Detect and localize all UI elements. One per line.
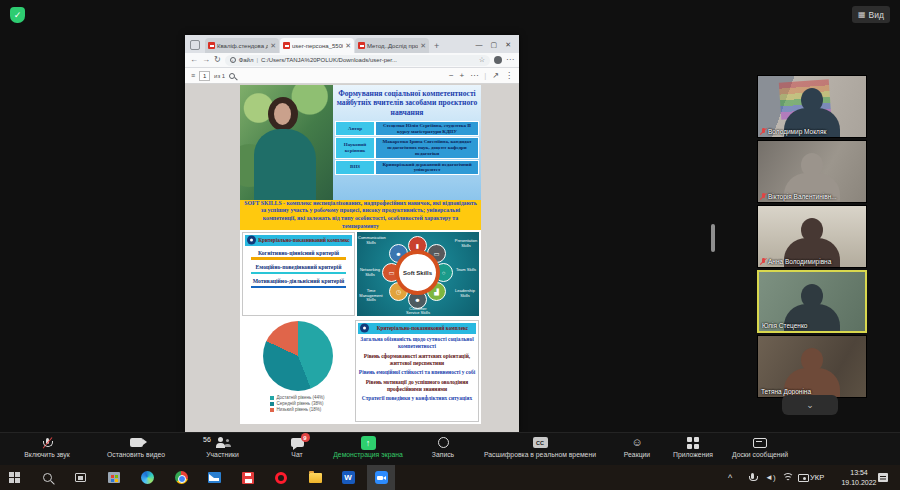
participants-count: 56 [203, 436, 211, 443]
fullscreen-icon[interactable]: ↗ [492, 71, 499, 80]
apps-icon [687, 437, 699, 449]
pdf-settings-icon[interactable]: ⋮ [505, 71, 513, 80]
browser-tab-strip: Кваліф.стендова до... ✕ user-персона_550… [185, 35, 519, 53]
participant-tile[interactable]: Вікторія Валентинівн... [757, 140, 867, 203]
browser-navbar: ← → ↻ i Файл | C:/Users/TANJA%20POLUK/Do… [185, 53, 519, 68]
page-count-label: из 1 [214, 73, 225, 79]
favorite-star-icon[interactable]: ☆ [479, 56, 485, 64]
stop-video-button[interactable]: Остановить видео [88, 435, 184, 458]
tab-close-icon[interactable]: ✕ [420, 42, 426, 50]
window-close-button[interactable]: ✕ [505, 41, 511, 49]
clock-time: 13:54 [850, 468, 868, 477]
tray-expand-caret[interactable]: ^ [728, 465, 732, 490]
mute-button[interactable]: Включить звук [8, 435, 86, 458]
diagram-center-label: Soft Skills [395, 250, 440, 295]
criteria-card: Критеріально-показниковий комплекс Когні… [242, 232, 355, 316]
task-view-button[interactable] [66, 465, 94, 490]
share-screen-button[interactable]: ↑ Демонстрация экрана [320, 435, 416, 458]
window-maximize-button[interactable]: ▢ [491, 41, 498, 49]
profile-avatar[interactable] [494, 56, 502, 64]
view-button-label: Вид [869, 10, 884, 20]
reactions-button[interactable]: ☺ Реакции [614, 435, 660, 458]
whiteboard-button[interactable]: Доски сообщений [714, 435, 806, 458]
taskbar-zoom-button[interactable] [367, 465, 395, 490]
page-info-icon[interactable]: i [230, 57, 236, 63]
opera-browser-icon [275, 472, 287, 484]
slide-title: Формування соціальної компетентності май… [335, 87, 479, 120]
tray-mic-icon[interactable] [750, 465, 755, 490]
browser-menu-icon[interactable]: ⋯ [506, 56, 514, 64]
title-panel: Формування соціальної компетентності май… [333, 85, 481, 200]
taskbar-edge-button[interactable] [133, 465, 161, 490]
taskbar-mail-button[interactable] [200, 465, 228, 490]
tray-speaker-icon[interactable]: ◄) [765, 465, 776, 490]
soft-skills-banner: SOFT SKILLS - комплекс неспеціалізованих… [240, 200, 481, 230]
author-photo [240, 85, 333, 200]
record-button[interactable]: Запись [420, 435, 466, 458]
refresh-icon[interactable]: ↻ [214, 56, 221, 64]
back-icon[interactable]: ← [190, 56, 198, 64]
window-minimize-button[interactable]: — [476, 41, 483, 49]
tab-search-button[interactable] [190, 40, 200, 50]
live-transcript-button[interactable]: CC Расшифровка в реальном времени [470, 435, 610, 458]
start-button[interactable] [0, 465, 28, 490]
pdf-sidebar-icon[interactable]: ≡ [191, 72, 195, 79]
participant-name: Тетяна Дороніна [761, 388, 811, 395]
tray-cast-icon[interactable] [798, 465, 809, 490]
tray-wifi-icon[interactable] [782, 465, 794, 490]
taskbar-chrome-button[interactable] [167, 465, 195, 490]
page-number-input[interactable]: 1 [199, 71, 210, 81]
taskbar-clock[interactable]: 13:54 19.10.2022 [836, 465, 882, 490]
participant-name: Юлія Стеценко [762, 322, 807, 329]
info-row: Науковий керівник Макаренко Ірина Євгені… [335, 137, 479, 158]
address-prefix: Файл [239, 57, 254, 63]
clock-date: 19.10.2022 [841, 478, 876, 487]
windows-taskbar: W ^ ◄) УКР 13:54 19.10.2022 [0, 465, 900, 490]
new-tab-button[interactable]: + [434, 41, 439, 51]
participant-tile[interactable]: Володимир Мокляк [757, 75, 867, 138]
tab-close-icon[interactable]: ✕ [270, 42, 276, 50]
outcomes-card: Критеріально-показниковий комплекс Загал… [355, 320, 479, 422]
chat-button[interactable]: 9 Чат [272, 435, 322, 458]
pdf-file-icon [358, 42, 365, 49]
browser-tab-2[interactable]: user-персона_550097 ✕ [280, 38, 354, 53]
language-indicator[interactable]: УКР [810, 465, 824, 490]
participant-tile[interactable]: Тетяна Дороніна [757, 335, 867, 398]
taskbar-store-button[interactable] [100, 465, 128, 490]
security-shield-icon[interactable]: ✓ [10, 7, 25, 23]
participants-button[interactable]: 56 Участники [185, 435, 260, 458]
grid-icon: ▦ [858, 10, 866, 19]
browser-tab-3[interactable]: Метод..Дослід про... ✕ [355, 38, 429, 53]
taskbar-word-button[interactable]: W [334, 465, 362, 490]
windows-logo-icon [9, 472, 20, 483]
tab-close-icon[interactable]: ✕ [345, 42, 351, 50]
address-bar[interactable]: i Файл | C:/Users/TANJA%20POLUK/Download… [225, 55, 490, 66]
pdf-search-icon[interactable] [229, 73, 235, 79]
participant-name: Володимир Мокляк [768, 128, 826, 135]
soft-skills-diagram: ▮ ▭ ○ ▟ ☻ ◷ ▭ ☻ Presentation Skills Team… [357, 232, 479, 316]
taskbar-opera-button[interactable] [267, 465, 295, 490]
taskbar-save-app-button[interactable] [234, 465, 262, 490]
view-button[interactable]: ▦ Вид [852, 6, 890, 23]
notification-center-icon[interactable] [878, 465, 888, 490]
microsoft-store-icon [108, 472, 120, 483]
taskbar-search-button[interactable] [33, 465, 61, 490]
pdf-toolbar: ≡ 1 из 1 − + ⋯ | ↗ ⋮ [185, 68, 519, 84]
participant-tile[interactable]: Анна Володимирівна [757, 205, 867, 268]
forward-icon[interactable]: → [202, 56, 210, 64]
floppy-disk-icon [242, 472, 254, 484]
participant-tile-active-speaker[interactable]: Юлія Стеценко [757, 270, 867, 333]
pdf-more-icon[interactable]: ⋯ [470, 71, 478, 80]
browser-tab-1[interactable]: Кваліф.стендова до... ✕ [205, 38, 279, 53]
pdf-content-area: Формування соціальної компетентності май… [185, 84, 519, 432]
zoom-app-icon [375, 471, 388, 484]
zoom-out-icon[interactable]: − [449, 71, 454, 80]
taskbar-explorer-button[interactable] [301, 465, 329, 490]
task-view-icon [75, 473, 86, 482]
scrollbar-thumb[interactable] [711, 224, 715, 252]
more-participants-chevron-button[interactable]: ⌄ [782, 395, 838, 415]
info-row: ВНЗ Криворізький державний педагогічний … [335, 160, 479, 176]
zoom-in-icon[interactable]: + [460, 71, 465, 80]
pie-chart-block: Достатній рівень (44%) Середній рівень (… [240, 318, 355, 424]
shared-screen-browser-window: Кваліф.стендова до... ✕ user-персона_550… [185, 35, 519, 432]
